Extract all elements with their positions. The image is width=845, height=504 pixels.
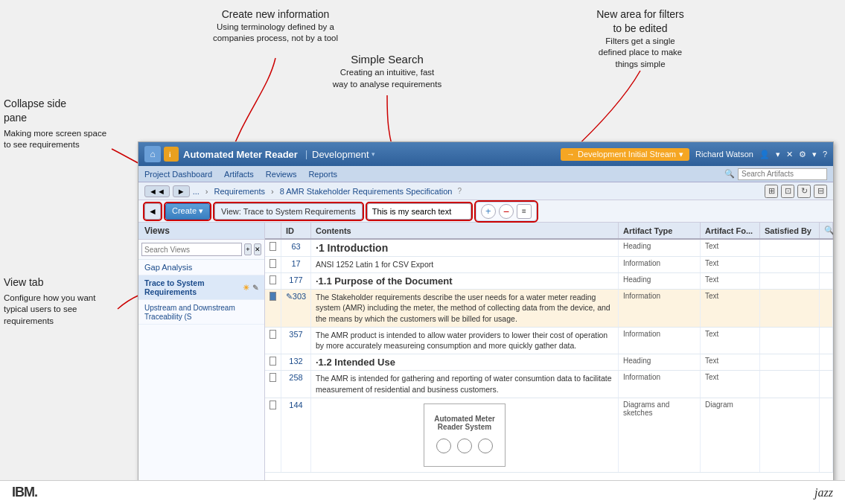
table-row: 357 The AMR product is intended to allow… [265,328,833,354]
artifact-search-input[interactable] [367,203,471,220]
back-button[interactable]: ◄◄ [144,185,170,197]
sidebar-item-gap-analysis[interactable]: Gap Analysis [138,260,264,275]
checkbox-63[interactable] [270,242,276,251]
row-type: Heading [619,240,701,256]
diagram-circle-3 [478,438,493,453]
row-content: ·1.1 Purpose of the Document [311,273,619,289]
row-content: The AMR is intended for gathering and re… [311,371,619,397]
ann-filters-sub2: defined place to make [566,47,715,59]
table-header-row: ID Contents Artifact Type Artifact Fo...… [265,223,833,240]
sidebar-item-upstream[interactable]: Upstream and Downstream Traceability (S [138,300,264,325]
checkbox-144[interactable] [270,401,276,409]
sidebar-search-row: + ✕ [138,240,264,260]
stream-dropdown-icon[interactable]: ▾ [679,150,683,159]
ann-filters-sub1: Filters get a single [566,36,715,48]
breadcrumb-requirements[interactable]: Requirements [214,187,265,196]
checkbox-17[interactable] [270,259,276,268]
sidebar-delete-view-button[interactable]: ✕ [254,243,261,255]
row-checkbox[interactable] [265,257,281,272]
app-window: ⌂ i Automated Meter Reader | Development… [138,141,834,499]
nav-reviews[interactable]: Reviews [266,170,297,179]
th-id[interactable]: ID [281,223,311,238]
create-button[interactable]: Create ▾ [165,203,210,220]
nav-close-icon[interactable]: ✕ [786,150,793,159]
nav-arrow-icon[interactable]: ▾ [812,150,817,159]
checkbox-357[interactable] [270,330,276,339]
breadcrumb-row: ◄◄ ► ... › Requirements › 8 AMR Stakehol… [138,182,833,200]
collapse-sidebar-button[interactable]: ◄ [144,203,161,220]
filter-remove-button[interactable]: − [499,204,514,219]
nav-project-dashboard[interactable]: Project Dashboard [144,170,212,179]
breadcrumb-nav: ◄◄ ► ... › Requirements › 8 AMR Stakehol… [144,185,462,197]
expand-button[interactable]: ⊡ [781,185,794,198]
sidebar-new-view-button[interactable]: + [244,243,252,255]
nav-dropdown-icon[interactable]: ▾ [776,150,780,159]
th-artifact-format[interactable]: Artifact Fo... [701,223,760,238]
breadcrumb-sep2: › [271,187,274,196]
th-artifact-type[interactable]: Artifact Type [619,223,701,238]
row-checkbox[interactable] [265,371,281,397]
nav-gear-icon[interactable]: ⚙ [799,150,806,159]
row-type: Information [619,371,701,397]
nav-reports[interactable]: Reports [308,170,337,179]
project-name[interactable]: Development [312,149,369,160]
checkbox-177[interactable] [270,275,276,284]
row-checkbox[interactable] [265,290,281,327]
row-content: ANSI 1252 Latin 1 for CSV Export [311,257,619,272]
row-id: 17 [281,257,311,272]
stream-selector[interactable]: → Development Initial Stream ▾ [561,148,689,161]
annotation-search: Simple Search Creating an intuitive, fas… [320,52,454,90]
row-checkbox[interactable] [265,328,281,354]
nav-help-icon[interactable]: ? [823,150,827,159]
row-id: 177 [281,273,311,289]
row-checkbox[interactable] [265,354,281,370]
filter-add-button[interactable]: + [481,204,496,219]
refresh-button[interactable]: ↻ [797,185,811,198]
top-nav-right: → Development Initial Stream ▾ Richard W… [561,148,827,161]
project-dropdown-icon[interactable]: ▾ [372,150,375,158]
th-checkbox [265,223,281,238]
trace-item-row: Trace to System Requirements ☀ ✎ [144,278,258,296]
view-trace-button[interactable]: View: Trace to System Requirements [214,203,363,220]
ann-view-sub: Configure how you want typical users to … [4,293,119,328]
th-filter[interactable]: 🔍 [820,223,833,238]
breadcrumb-current[interactable]: 8 AMR Stakeholder Requirements Specifica… [280,187,453,196]
nav-artifacts[interactable]: Artifacts [224,170,254,179]
sidebar-search-input[interactable] [141,243,242,256]
breadcrumb-help-icon[interactable]: ? [457,187,462,195]
row-checkbox[interactable] [265,240,281,256]
svg-point-1 [167,150,176,159]
checkbox-303[interactable] [270,292,276,301]
ann-search-sub1: Creating an intuitive, fast [320,67,454,79]
row-checkbox[interactable] [265,398,281,472]
home-icon[interactable]: ⌂ [144,146,161,162]
search-artifacts-input[interactable] [738,168,827,180]
view-toggle-button[interactable]: ⊞ [765,185,778,198]
collapse-view-button[interactable]: ⊟ [814,185,827,198]
ibm-footer: IBM. jazz [0,480,845,504]
row-id: 63 [281,240,311,256]
artifacts-table: ID Contents Artifact Type Artifact Fo...… [265,223,833,482]
row-format: Text [701,371,760,397]
table-row: 132 ·1.2 Intended Use Heading Text [265,354,833,371]
row-action-diagram [820,398,833,472]
annotation-filters: New area for filters to be edited Filter… [566,7,715,70]
checkbox-132[interactable] [270,357,276,366]
diagram-container: Automated Meter Reader System [424,403,506,467]
checkbox-258[interactable] [270,373,276,382]
filter-expand-button[interactable]: ≡ [517,204,532,219]
top-nav: ⌂ i Automated Meter Reader | Development… [138,142,833,166]
stream-arrow-icon: → [567,150,575,159]
breadcrumb-ellipsis[interactable]: ... [193,187,200,196]
sidebar-item-trace[interactable]: Trace to System Requirements ☀ ✎ [138,275,264,300]
row-satisfied [760,371,820,397]
th-satisfied-by[interactable]: Satisfied By [760,223,820,238]
diagram-circle-2 [457,438,472,453]
forward-button[interactable]: ► [173,185,190,197]
th-contents[interactable]: Contents [311,223,619,238]
views-sidebar: Views + ✕ Gap Analysis Trace to System R… [138,223,265,482]
row-format: Text [701,354,760,370]
ibm-logo: IBM. [12,485,37,500]
trace-edit-icon[interactable]: ✎ [252,284,258,292]
row-checkbox[interactable] [265,273,281,289]
